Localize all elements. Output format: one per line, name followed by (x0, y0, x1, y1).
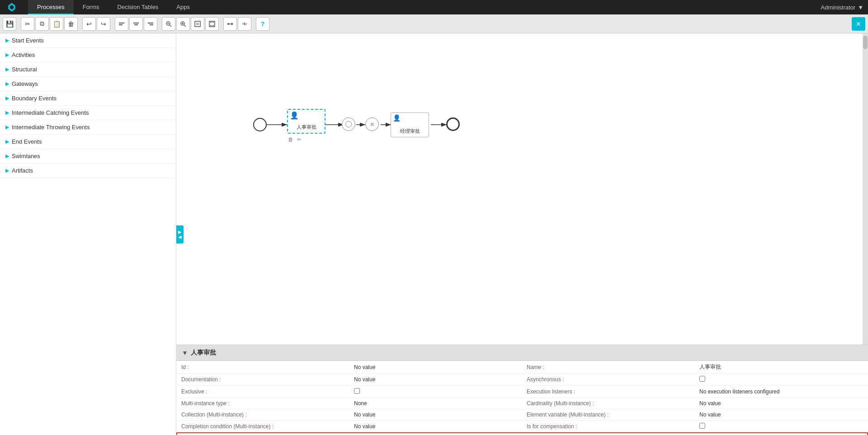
sidebar-item-label: Start Events (12, 37, 44, 44)
edit-task-icon[interactable]: ✏ (297, 136, 302, 143)
canvas-area: ▶ ◀ (176, 33, 868, 435)
field-value-cardinality: No value (695, 398, 868, 409)
svg-rect-2 (119, 23, 124, 23)
field-value-multi-instance: None (349, 398, 522, 409)
app-logo (5, 0, 19, 14)
sidebar-item-label: Activities (12, 51, 35, 58)
tab-decision-tables[interactable]: Decision Tables (108, 0, 168, 14)
sidebar-item-end-events[interactable]: ▶ End Events (0, 135, 176, 149)
chevron-right-icon: ▶ (5, 52, 9, 58)
svg-rect-17 (209, 21, 215, 27)
sidebar-item-label: Intermediate Catching Events (12, 109, 89, 116)
disconnect-button[interactable] (238, 17, 251, 31)
zoom-in-button[interactable] (176, 17, 190, 31)
zoom-fit-button[interactable] (191, 17, 204, 31)
chevron-right-icon: ▶ (5, 139, 9, 145)
asynchronous-checkbox[interactable] (699, 376, 705, 382)
field-value-compensation (695, 421, 868, 433)
redo-button[interactable]: ↪ (97, 17, 110, 31)
task-人事审批[interactable]: 👤 人事审批 🗑 ✏ (287, 109, 326, 134)
gateway-1[interactable] (342, 117, 355, 131)
property-panel: ▼ 人事审批 Id : No value Name : 人事审批 Documen… (176, 345, 868, 435)
field-label-compensation: Is for compensation : (522, 421, 695, 433)
align-left-button[interactable] (115, 17, 128, 31)
sidebar-item-activities[interactable]: ▶ Activities (0, 48, 176, 62)
tab-processes[interactable]: Processes (28, 0, 74, 14)
field-label-execution-listeners: Execution listeners : (522, 386, 695, 398)
property-title: 人事审批 (191, 349, 216, 357)
field-label-id: Id : (177, 361, 349, 374)
gateway-2[interactable]: ✕ (365, 117, 379, 131)
user-name: Administrator (821, 4, 856, 11)
field-value-element-variable: No value (695, 409, 868, 421)
field-label-multi-instance: Multi-instance type : (177, 398, 349, 409)
diagram-svg (176, 33, 868, 345)
svg-line-23 (244, 23, 245, 25)
align-center-button[interactable] (129, 17, 143, 31)
field-value-id: No value (349, 361, 522, 374)
copy-button[interactable]: ⧉ (35, 17, 49, 31)
sidebar-item-label: Intermediate Throwing Events (12, 124, 90, 131)
save-button[interactable]: 💾 (3, 17, 16, 31)
start-event[interactable] (253, 118, 267, 131)
user-menu[interactable]: Administrator ▼ (821, 4, 863, 11)
svg-line-9 (170, 25, 171, 27)
table-row-assignments: Assignments : No assignment selected For… (177, 433, 868, 435)
svg-rect-4 (133, 23, 139, 23)
exclusive-checkbox[interactable] (354, 388, 360, 394)
process-canvas[interactable]: 👤 人事审批 🗑 ✏ ✕ 👤 经理审批 (176, 33, 868, 345)
cut-button[interactable]: ✂ (21, 17, 34, 31)
connect-button[interactable] (223, 17, 237, 31)
task-经理审批[interactable]: 👤 经理审批 (391, 112, 429, 137)
svg-rect-5 (134, 24, 138, 25)
tab-forms[interactable]: Forms (74, 0, 108, 14)
close-button[interactable]: ✕ (852, 17, 865, 31)
field-value-assignments: No assignment selected (349, 433, 522, 435)
help-button[interactable]: ? (256, 17, 269, 31)
zoom-out-button[interactable] (162, 17, 175, 31)
scrollbar-thumb[interactable] (863, 36, 868, 49)
compensation-checkbox[interactable] (699, 423, 705, 429)
field-label-assignments: Assignments : (177, 433, 349, 435)
sidebar-item-gateways[interactable]: ▶ Gateways (0, 77, 176, 91)
table-row: Id : No value Name : 人事审批 (177, 361, 868, 374)
property-table: Id : No value Name : 人事审批 Documentation … (176, 361, 868, 435)
sidebar-collapse-toggle[interactable]: ▶ ◀ (176, 225, 184, 243)
field-value-completion: No value (349, 421, 522, 433)
sidebar-item-start-events[interactable]: ▶ Start Events (0, 33, 176, 48)
user-dropdown-icon: ▼ (858, 4, 863, 11)
table-row: Multi-instance type : None Cardinality (… (177, 398, 868, 409)
canvas-vertical-scrollbar[interactable] (863, 33, 868, 345)
paste-button[interactable]: 📋 (50, 17, 63, 31)
end-event[interactable] (446, 117, 460, 131)
field-value-execution-listeners: No execution listeners configured (695, 386, 868, 398)
sidebar-item-intermediate-catching[interactable]: ▶ Intermediate Catching Events (0, 106, 176, 120)
field-value-asynchronous (695, 374, 868, 386)
tab-apps[interactable]: Apps (167, 0, 199, 14)
zoom-page-button[interactable] (205, 17, 219, 31)
sidebar-item-label: Artifacts (12, 167, 33, 174)
sidebar-item-boundary-events[interactable]: ▶ Boundary Events (0, 91, 176, 106)
sidebar-item-intermediate-throwing[interactable]: ▶ Intermediate Throwing Events (0, 120, 176, 135)
toolbar: 💾 ✂ ⧉ 📋 🗑 ↩ ↪ ? ✕ (0, 14, 868, 33)
align-right-button[interactable] (144, 17, 157, 31)
sidebar-item-label: Swimlanes (12, 153, 40, 159)
field-value-form-key: No value (695, 433, 868, 435)
user-task-icon: 👤 (290, 111, 299, 120)
field-label-documentation: Documentation : (177, 374, 349, 386)
field-value-collection: No value (349, 409, 522, 421)
sidebar-item-artifacts[interactable]: ▶ Artifacts (0, 164, 176, 178)
sidebar-item-swimlanes[interactable]: ▶ Swimlanes (0, 149, 176, 164)
property-collapse-arrow[interactable]: ▼ (182, 349, 188, 356)
chevron-right-icon: ▶ (5, 37, 9, 43)
svg-rect-7 (150, 24, 153, 25)
delete-task-icon[interactable]: 🗑 (288, 136, 293, 143)
field-label-form-key: Form key : (522, 433, 695, 435)
main-layout: ▶ Start Events ▶ Activities ▶ Structural… (0, 33, 868, 435)
svg-rect-6 (148, 23, 153, 23)
sidebar-item-structural[interactable]: ▶ Structural (0, 62, 176, 77)
delete-button[interactable]: 🗑 (64, 17, 78, 31)
undo-button[interactable]: ↩ (82, 17, 96, 31)
chevron-right-icon: ▶ (5, 81, 9, 87)
field-label-cardinality: Cardinality (Multi-instance) : (522, 398, 695, 409)
